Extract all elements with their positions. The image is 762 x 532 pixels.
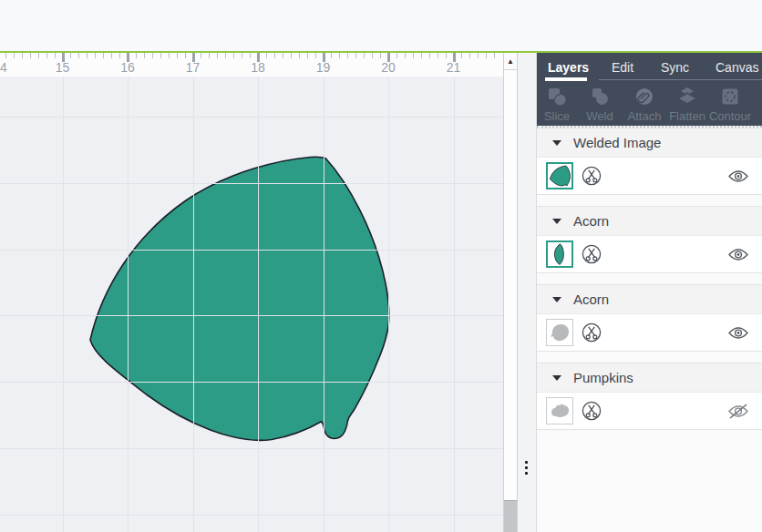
- panel-divider: [518, 53, 536, 532]
- layer-thumbnail[interactable]: [546, 397, 573, 425]
- layer-row[interactable]: [537, 158, 762, 195]
- layer-thumbnail[interactable]: [546, 162, 573, 189]
- eye-icon[interactable]: [727, 247, 749, 266]
- grid-line-vertical: [454, 77, 455, 532]
- group-header[interactable]: Acorn: [537, 284, 762, 314]
- active-tab-indicator: [545, 77, 587, 81]
- layer-row[interactable]: [537, 393, 762, 430]
- tab-edit[interactable]: Edit: [612, 60, 633, 75]
- group-name: Welded Image: [573, 135, 661, 150]
- tab-sync[interactable]: Sync: [661, 60, 689, 75]
- attach-label: Attach: [623, 109, 666, 123]
- design-app-window: 4 15 16 17 18 19 20 21 ▲ Layers Edit Syn…: [0, 0, 762, 532]
- welded-leaf-thumbnail: [549, 165, 571, 187]
- flatten-icon: [676, 86, 698, 107]
- eye-icon[interactable]: [727, 325, 749, 344]
- scroll-up-button[interactable]: ▲: [504, 53, 517, 70]
- acorn-thumbnail: [549, 322, 571, 343]
- tab-canvas[interactable]: Canvas: [716, 60, 758, 75]
- weld-label: Weld: [578, 109, 622, 123]
- layer-row[interactable]: [537, 314, 762, 352]
- slice-label: Slice: [535, 109, 579, 123]
- flatten-button[interactable]: Flatten: [665, 86, 709, 123]
- layers-panel: Layers Edit Sync Canvas Slice: [536, 53, 762, 532]
- weld-button[interactable]: Weld: [578, 86, 622, 123]
- grid-line-horizontal: [0, 117, 503, 118]
- grid-line-horizontal: [0, 183, 503, 184]
- grid-line-vertical: [388, 77, 389, 532]
- grid-line-horizontal: [0, 250, 503, 251]
- grid-line-vertical: [128, 77, 129, 532]
- weld-icon: [589, 86, 611, 107]
- panel-resize-handle[interactable]: [525, 461, 528, 477]
- group-name: Acorn: [573, 213, 609, 229]
- tab-layers[interactable]: Layers: [548, 60, 589, 75]
- slice-icon: [546, 86, 568, 107]
- grid-line-horizontal: [0, 515, 503, 516]
- layer-group-acorn-1: Acorn: [537, 206, 762, 273]
- chevron-down-icon[interactable]: [552, 140, 561, 146]
- layer-group-pumpkins: Pumpkins: [537, 363, 762, 430]
- flatten-label: Flatten: [665, 109, 709, 123]
- layer-group-welded-image: Welded Image: [537, 128, 762, 195]
- scissors-circle-icon[interactable]: [582, 166, 602, 189]
- grid-line-vertical: [63, 77, 64, 532]
- group-header[interactable]: Welded Image: [537, 128, 762, 158]
- pumpkins-thumbnail: [549, 400, 571, 422]
- chevron-down-icon[interactable]: [552, 297, 561, 302]
- scissors-circle-icon[interactable]: [582, 322, 602, 346]
- grid-line-horizontal: [0, 448, 503, 449]
- scissors-circle-icon[interactable]: [582, 401, 602, 425]
- group-header[interactable]: Acorn: [537, 206, 762, 236]
- welded-acorn-leaf-shape[interactable]: [0, 53, 503, 532]
- grid-line-horizontal: [0, 315, 503, 316]
- toolbar-spacer: [0, 0, 762, 51]
- grid-line-vertical: [258, 77, 259, 532]
- group-name: Acorn: [573, 292, 609, 307]
- chevron-down-icon[interactable]: [552, 375, 561, 381]
- eye-slash-icon[interactable]: [727, 404, 749, 423]
- grid-line-vertical: [324, 77, 324, 532]
- eye-icon[interactable]: [727, 169, 749, 188]
- attach-icon: [633, 86, 655, 107]
- welded-shape-path[interactable]: [90, 157, 389, 440]
- layer-thumbnail[interactable]: [546, 319, 573, 346]
- contour-button[interactable]: Contour: [708, 86, 752, 123]
- grid-line-horizontal: [0, 382, 503, 383]
- contour-icon: [719, 86, 741, 107]
- panel-header: Layers Edit Sync Canvas Slice: [537, 53, 762, 126]
- grid-line-vertical: [193, 77, 194, 532]
- canvas-vertical-scrollbar[interactable]: ▲: [503, 53, 518, 532]
- slice-button[interactable]: Slice: [535, 86, 579, 123]
- chevron-down-icon[interactable]: [552, 219, 561, 224]
- layer-row[interactable]: [537, 236, 762, 273]
- group-name: Pumpkins: [573, 370, 633, 385]
- design-canvas[interactable]: 4 15 16 17 18 19 20 21: [0, 53, 503, 532]
- acorn-piece-thumbnail: [549, 243, 571, 265]
- scrollbar-thumb[interactable]: [504, 500, 517, 532]
- layer-group-acorn-2: Acorn: [537, 284, 762, 352]
- tab-divider-line: [599, 79, 762, 80]
- attach-button[interactable]: Attach: [623, 86, 666, 123]
- contour-label: Contour: [708, 109, 752, 123]
- layer-thumbnail[interactable]: [546, 240, 573, 268]
- group-header[interactable]: Pumpkins: [537, 363, 762, 393]
- scissors-circle-icon[interactable]: [582, 244, 602, 268]
